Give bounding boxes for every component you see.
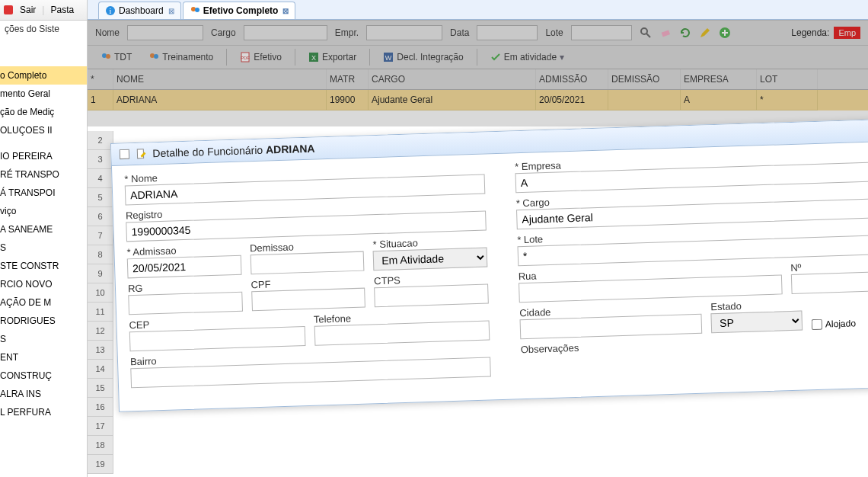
sidebar-item[interactable] — [0, 139, 87, 147]
row-number: 10 — [88, 283, 113, 303]
treinamento-button[interactable]: Treinamento — [142, 49, 220, 66]
svg-rect-7 — [661, 30, 669, 37]
tab-dashboard[interactable]: i Dashboard ⊠ — [98, 2, 181, 19]
field-demissao: Demissao — [250, 239, 365, 275]
alojado-input[interactable] — [812, 319, 822, 330]
filter-cargo-input[interactable] — [244, 25, 327, 40]
sidebar-item[interactable]: IO PEREIRA — [0, 147, 87, 165]
eraser-icon[interactable] — [659, 27, 672, 39]
sidebar-item[interactable]: Á TRANSPOI — [0, 184, 87, 202]
table-row[interactable]: 1 ADRIANA 19900 Ajudante Geral 20/05/202… — [88, 90, 868, 110]
filter-data-input[interactable] — [477, 25, 538, 40]
rg-input[interactable] — [128, 292, 242, 315]
left-panel: Sair | Pasta ções do Siste o Completomen… — [0, 0, 88, 477]
admissao-input[interactable] — [127, 255, 241, 279]
field-empresa: * Empresa — [515, 149, 868, 193]
ctps-input[interactable] — [374, 284, 488, 308]
grid-header: * NOME MATR CARGO ADMISSÃO DEMISSÃO EMPR… — [88, 69, 868, 90]
sidebar-item[interactable]: A SANEAME — [0, 220, 87, 238]
left-toolbar: Sair | Pasta — [0, 0, 87, 21]
field-rg: RG — [128, 280, 243, 315]
exportar-button[interactable]: X Exportar — [302, 49, 363, 66]
svg-point-4 — [195, 8, 199, 12]
sidebar-item[interactable]: RCIO NOVO — [0, 275, 87, 293]
pasta-button[interactable]: Pasta — [46, 3, 78, 17]
left-list: o Completomento Geralção de MediçOLUÇOES… — [0, 37, 87, 421]
col-empresa[interactable]: EMPRESA — [681, 69, 757, 89]
refresh-icon[interactable] — [679, 27, 691, 39]
tdt-button[interactable]: TDT — [94, 49, 139, 66]
sidebar-item[interactable]: S — [0, 330, 87, 348]
sair-button[interactable]: Sair — [15, 3, 40, 17]
numero-input[interactable] — [791, 271, 868, 294]
col-demissao[interactable]: DEMISSÃO — [608, 69, 681, 89]
col-matr[interactable]: MATR — [327, 69, 369, 89]
row-number: 2 — [88, 131, 113, 150]
col-nome[interactable]: NOME — [113, 69, 327, 89]
add-icon[interactable] — [719, 27, 731, 39]
field-situacao: * Situacao Em Atividade — [372, 235, 487, 271]
estado-select[interactable]: SP — [711, 311, 803, 334]
row-number: 7 — [88, 226, 113, 245]
col-admissao[interactable]: ADMISSÃO — [536, 69, 608, 89]
row-number: 3 — [88, 150, 113, 169]
sidebar-item[interactable]: ção de Mediç — [0, 103, 87, 121]
cell-demissao — [608, 90, 681, 110]
sidebar-item[interactable]: viço — [0, 202, 87, 220]
sidebar-item[interactable]: AÇÃO DE M — [0, 293, 87, 312]
field-registro: Registro — [126, 199, 487, 242]
sidebar-item[interactable]: o Completo — [0, 66, 87, 85]
sidebar-item[interactable]: mento Geral — [0, 85, 87, 103]
close-icon[interactable]: ⊠ — [168, 7, 174, 15]
col-cargo[interactable]: CARGO — [369, 69, 536, 89]
col-lote[interactable]: LOT — [757, 69, 818, 89]
row-number: 12 — [88, 322, 113, 341]
tab-efetivo-completo[interactable]: Efetivo Completo ⊠ — [183, 2, 296, 19]
filter-label-data: Data — [450, 27, 469, 38]
svg-text:PDF: PDF — [241, 56, 250, 60]
row-number-gutter: 2345678910111213141516171819 — [88, 131, 113, 474]
row-number: 11 — [88, 303, 113, 322]
people-icon — [190, 5, 200, 16]
people-icon — [101, 52, 111, 62]
people-icon — [148, 52, 159, 62]
cell-empresa: A — [681, 90, 757, 110]
sidebar-item[interactable]: RÉ TRANSPO — [0, 165, 87, 184]
sidebar-item[interactable]: OLUÇOES II — [0, 121, 87, 139]
legend-label: Legenda: — [791, 27, 829, 38]
situacao-select[interactable]: Em Atividade — [373, 248, 487, 271]
row-number: 19 — [88, 455, 113, 474]
sidebar-item[interactable]: STE CONSTR — [0, 257, 87, 275]
field-cep: CEP — [129, 314, 305, 351]
filter-label-cargo: Cargo — [211, 27, 236, 38]
svg-rect-0 — [4, 5, 13, 14]
field-bairro: Bairro — [130, 344, 491, 388]
filter-lote-input[interactable] — [571, 25, 632, 40]
legend-container: Legenda: Emp — [791, 27, 860, 39]
row-number: 6 — [88, 207, 113, 226]
sidebar-item[interactable]: S — [0, 238, 87, 257]
col-star[interactable]: * — [88, 69, 113, 89]
efetivo-button[interactable]: PDF Efetivo — [233, 49, 289, 66]
svg-point-9 — [102, 53, 107, 58]
em-atividade-dropdown[interactable]: Em atividade ▾ — [483, 49, 571, 66]
alojado-checkbox[interactable]: Alojado — [812, 317, 868, 330]
close-icon[interactable]: ⊠ — [282, 7, 289, 15]
edit-icon[interactable] — [699, 27, 711, 39]
decl-integracao-button[interactable]: W Decl. Integração — [376, 49, 470, 66]
sidebar-item[interactable]: ENT — [0, 348, 87, 367]
svg-text:X: X — [311, 54, 316, 62]
svg-point-10 — [106, 54, 110, 59]
edit-doc-icon — [136, 149, 146, 159]
demissao-input[interactable] — [250, 251, 364, 275]
filter-nome-input[interactable] — [127, 25, 203, 40]
sidebar-item[interactable]: L PERFURA — [0, 403, 87, 421]
field-cargo: * Cargo — [516, 186, 868, 229]
sidebar-item[interactable]: CONSTRUÇ — [0, 367, 87, 385]
sidebar-item[interactable]: ALRA INS — [0, 385, 87, 403]
filter-empr-input[interactable] — [366, 25, 442, 40]
search-icon[interactable] — [640, 27, 652, 39]
cpf-input[interactable] — [251, 288, 365, 312]
word-icon: W — [383, 52, 394, 62]
sidebar-item[interactable]: RODRIGUES — [0, 312, 87, 330]
